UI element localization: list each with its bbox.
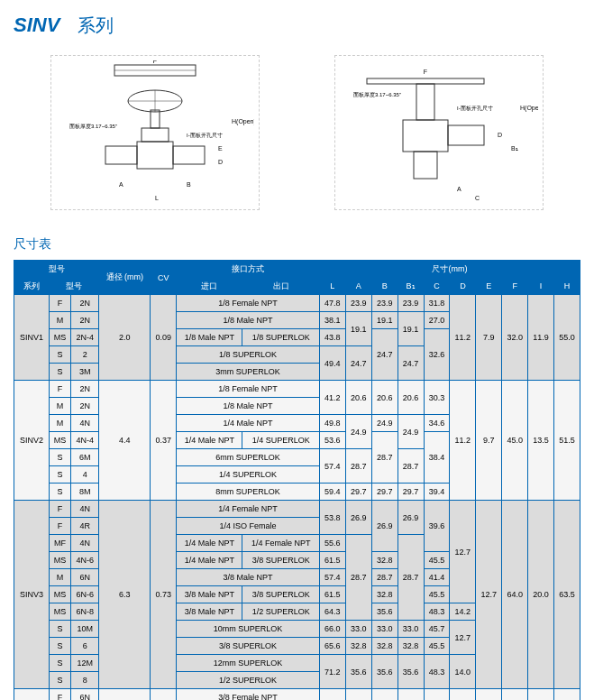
svg-text:A: A: [457, 186, 461, 192]
th-H: H: [554, 278, 580, 295]
cell-outlet: 1/4 SUPERLOK: [242, 432, 319, 449]
cell-bore: 9.5: [99, 689, 151, 701]
cell-model: MS: [49, 586, 70, 603]
cell-connection: 3mm SUPERLOK: [177, 364, 320, 381]
table-row: SINV1F2N2.00.091/8 Female NPT47.823.923.…: [14, 295, 580, 312]
cell-B1: 28.7: [398, 449, 424, 484]
svg-rect-19: [367, 78, 484, 84]
cell-B: 32.8: [371, 586, 398, 603]
cell-connection: 8mm SUPERLOK: [177, 484, 320, 501]
cell-C: 30.3: [424, 381, 450, 415]
cell-outlet: 1/2 SUPERLOK: [242, 603, 319, 621]
cell-B1: 23.9: [398, 295, 424, 312]
cell-outlet: 1/8 SUPERLOK: [242, 329, 319, 346]
cell-model: 4N: [71, 535, 99, 552]
cell-B: 24.9: [371, 415, 398, 432]
page-header: SINV 系列: [14, 14, 580, 38]
cell-inlet: 1/4 Male NPT: [177, 432, 242, 449]
cell-model: 2N: [71, 398, 99, 415]
cell-C: 45.5: [424, 552, 450, 569]
cell-model: 3M: [71, 364, 99, 381]
cell-L: 38.1: [319, 312, 345, 329]
cell-B: 35.6: [371, 655, 398, 689]
cell-B1: 35.6: [398, 655, 424, 689]
svg-text:D: D: [498, 132, 502, 138]
cell-L: 49.4: [319, 346, 345, 381]
cell-series: SINV1: [14, 295, 50, 381]
th-bore: 通径 (mm): [99, 261, 151, 295]
brand-title: SINV: [14, 14, 59, 36]
technical-drawings: A B L E D H(Open) F 面板厚度3.17~6.35" I-面板开…: [14, 51, 580, 214]
cell-E: 12.7: [476, 501, 502, 689]
cell-B1: 38.1: [398, 689, 424, 701]
cell-connection: 1/2 SUPERLOK: [177, 672, 320, 689]
cell-model: S: [49, 621, 70, 638]
th-B1: B₁: [398, 278, 424, 295]
cell-B: 33.0: [371, 621, 398, 638]
cell-L: 55.6: [319, 535, 345, 552]
cell-model: F: [49, 501, 70, 518]
cell-B1: 20.6: [398, 381, 424, 415]
cell-L: 76.2: [319, 689, 345, 701]
th-B: B: [371, 278, 398, 295]
cell-B: 19.1: [371, 312, 398, 329]
cell-L: 43.8: [319, 329, 345, 346]
cell-model: S: [49, 672, 70, 689]
cell-B: 28.7: [371, 432, 398, 484]
cell-model: 6N: [71, 689, 99, 701]
valve-diagram-2: F D B₁ A C H(Open) 面板厚度3.17~6.35" I-面板开孔…: [340, 60, 538, 205]
cell-L: 71.2: [319, 655, 345, 689]
cell-D: 12.7: [450, 621, 476, 655]
th-conn-group: 接口方式: [177, 261, 320, 278]
cell-connection: 1/4 ISO Female: [177, 518, 320, 535]
dimensions-table: 型号 通径 (mm) CV 接口方式 尺寸(mm) 系列 型号 进口 出口 L …: [14, 260, 580, 700]
cell-F: 45.0: [502, 381, 528, 501]
cell-L: 53.6: [319, 432, 345, 449]
cell-L: 53.8: [319, 501, 345, 535]
svg-rect-6: [142, 128, 169, 142]
cell-outlet: 3/8 SUPERLOK: [242, 552, 319, 569]
cell-L: 57.4: [319, 569, 345, 586]
cell-connection: 1/4 Male NPT: [177, 415, 320, 432]
dimensions-title: 尺寸表: [14, 236, 580, 253]
cell-A: 24.9: [345, 415, 371, 449]
cell-model: 6M: [71, 449, 99, 466]
cell-B1: 26.9: [398, 501, 424, 535]
cell-inlet: 1/4 Male NPT: [177, 535, 242, 552]
cell-cv: 0.73: [151, 501, 177, 689]
cell-model: 4: [71, 466, 99, 484]
cell-connection: 1/4 SUPERLOK: [177, 466, 320, 484]
cell-I: 13.5: [528, 381, 554, 501]
cell-C: 27.0: [424, 312, 450, 329]
cell-D: 11.2: [450, 295, 476, 381]
cell-B: 23.9: [371, 295, 398, 312]
cell-model: S: [49, 364, 70, 381]
cell-C: 39.6: [424, 501, 450, 552]
cell-L: 61.5: [319, 586, 345, 603]
svg-text:面板厚度3.17~6.35": 面板厚度3.17~6.35": [353, 91, 401, 97]
cell-C: 31.8: [424, 295, 450, 312]
svg-rect-22: [448, 125, 484, 145]
cell-C: 32.6: [424, 329, 450, 381]
svg-text:D: D: [218, 159, 223, 165]
cell-model: 6: [71, 638, 99, 655]
cell-connection: 1/8 Male NPT: [177, 398, 320, 415]
cell-model: MS: [49, 432, 70, 449]
cell-E: 9.7: [476, 381, 502, 501]
svg-text:面板厚度3.17~6.35": 面板厚度3.17~6.35": [69, 123, 117, 129]
valve-diagram-1: A B L E D H(Open) F 面板厚度3.17~6.35" I-面板开…: [56, 60, 254, 205]
cell-series: SINV3: [14, 501, 50, 689]
cell-D: 12.7: [450, 501, 476, 603]
cell-model: M: [49, 415, 70, 432]
cell-model: F: [49, 381, 70, 398]
th-inlet: 进口: [177, 278, 242, 295]
th-D: D: [450, 278, 476, 295]
cell-inlet: 1/4 Male NPT: [177, 552, 242, 569]
table-body: SINV1F2N2.00.091/8 Female NPT47.823.923.…: [14, 295, 580, 701]
th-L: L: [319, 278, 345, 295]
cell-model: M: [49, 312, 70, 329]
cell-model: 8M: [71, 484, 99, 501]
cell-connection: 3/8 SUPERLOK: [177, 638, 320, 655]
cell-I: 11.9: [528, 295, 554, 381]
cell-L: 47.8: [319, 295, 345, 312]
